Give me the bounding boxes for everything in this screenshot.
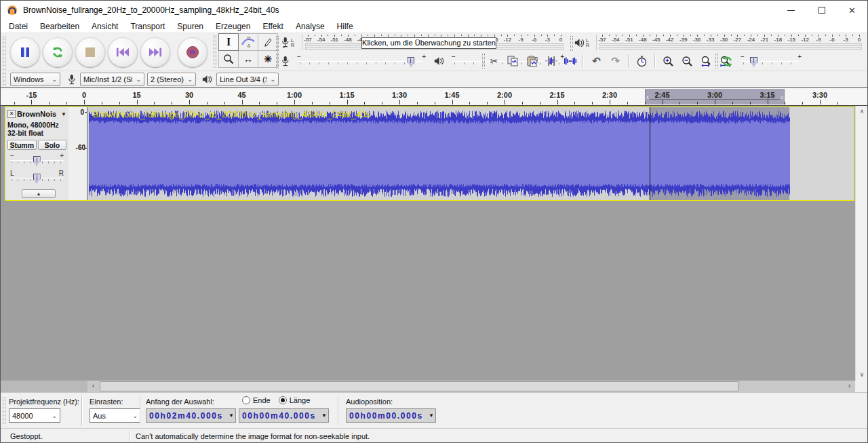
horizontal-scrollbar[interactable]: ‹ › (87, 381, 855, 392)
snap-to-label: Einrasten: (90, 398, 123, 406)
track-pan-slider[interactable]: L R (7, 169, 66, 185)
dropdown-arrow-icon: ▼ (229, 412, 234, 419)
recording-meter-grip[interactable] (276, 36, 279, 51)
selection-mode-radios: Ende Länge (242, 396, 315, 404)
copy-button[interactable] (505, 54, 521, 69)
radio-length-label[interactable]: Länge (290, 396, 311, 404)
zoom-in-button[interactable] (660, 54, 676, 69)
track-canvas-area[interactable]: ✕ BrownNois ▼ Mono, 48000Hz 32-bit float… (1, 106, 867, 381)
menu-spuren[interactable]: Spuren (171, 20, 210, 33)
menu-ansicht[interactable]: Ansicht (85, 20, 124, 33)
envelope-tool-icon (241, 37, 255, 47)
multi-tool-button[interactable]: ✳ (258, 50, 278, 68)
track-collapse-button[interactable]: ▲ (22, 189, 56, 198)
selection-length-field[interactable]: 00h00m40.000s ▼ (239, 408, 329, 423)
redo-button[interactable]: ↷ (608, 54, 623, 69)
cut-button[interactable]: ✂ (486, 54, 502, 69)
device-toolbar-grip[interactable] (3, 73, 5, 86)
scroll-up-arrow[interactable]: ∧ (856, 106, 868, 117)
undo-button[interactable]: ↶ (589, 54, 604, 69)
menu-bearbeiten[interactable]: Bearbeiten (34, 20, 85, 33)
playback-meter-grip[interactable] (570, 36, 573, 51)
pause-button[interactable] (10, 37, 40, 67)
separator (583, 54, 584, 68)
menu-analyse[interactable]: Analyse (290, 20, 331, 33)
draw-tool-button[interactable] (258, 33, 278, 51)
mute-button[interactable]: Stumm (7, 140, 37, 150)
transport-toolbar-grip[interactable] (3, 36, 5, 70)
timeline-ruler[interactable]: ‹›-1501530451:001:151:301:452:002:152:30… (1, 88, 867, 106)
zoom-tool-button[interactable] (218, 50, 239, 68)
play-at-speed-button[interactable] (719, 54, 735, 69)
zoom-to-selection-button[interactable] (698, 54, 714, 69)
vertical-db-ruler[interactable]: 0 -60 (68, 107, 87, 200)
skip-to-end-button[interactable] (140, 37, 170, 67)
dropdown-arrow-icon: ▼ (61, 111, 66, 117)
scroll-left-arrow[interactable]: ‹ (87, 381, 99, 392)
record-button[interactable] (178, 37, 208, 67)
recording-device-select[interactable]: Mic/Inst 1/2 (St ⌄ (80, 73, 144, 86)
time-shift-tool-button[interactable]: ↔ (238, 50, 258, 68)
trim-audio-button[interactable] (543, 54, 559, 69)
skip-to-start-button[interactable] (108, 37, 138, 67)
radio-length[interactable] (279, 396, 287, 404)
track-close-button[interactable]: ✕ (7, 110, 16, 118)
pan-thumb[interactable] (33, 174, 41, 183)
menu-transport[interactable]: Transport (124, 20, 171, 33)
playback-device-select[interactable]: Line Out 3/4 (S ⌄ (216, 73, 279, 86)
paste-button[interactable] (524, 54, 540, 69)
project-rate-select[interactable]: 48000 ⌄ (9, 408, 60, 423)
meter-db-tick: -48 (639, 37, 647, 43)
menu-datei[interactable]: Datei (3, 20, 34, 33)
recording-channels-value: 2 (Stereo) (151, 75, 184, 83)
track-gain-slider[interactable]: − + (7, 151, 66, 168)
gain-minus-label: − (10, 152, 14, 159)
chevron-down-icon: ⌄ (48, 76, 57, 83)
selection-start-field[interactable]: 00h02m40.000s ▼ (146, 408, 236, 423)
stop-button[interactable] (75, 37, 105, 67)
envelope-tool-button[interactable] (238, 33, 258, 51)
gain-thumb[interactable] (33, 156, 41, 166)
recording-volume-thumb[interactable] (407, 57, 414, 66)
playback-speed-slider[interactable]: − + (738, 54, 803, 69)
mixer-toolbar-grip[interactable] (276, 54, 279, 69)
audio-host-select[interactable]: Windows ⌄ (10, 73, 60, 86)
scroll-right-arrow[interactable]: › (844, 381, 855, 392)
selection-left-arrow-icon: ‹ (646, 92, 649, 102)
close-button[interactable]: ✕ (837, 1, 867, 20)
tools-toolbar-grip[interactable] (214, 35, 216, 68)
minimize-button[interactable] (776, 1, 806, 20)
play-at-speed-grip[interactable] (715, 54, 718, 69)
loop-play-button[interactable] (43, 37, 73, 67)
edit-toolbar-grip[interactable] (482, 54, 485, 69)
snap-to-select[interactable]: Aus ⌄ (90, 408, 141, 423)
silence-audio-button[interactable] (562, 54, 578, 69)
undo-icon: ↶ (592, 55, 601, 67)
radio-end[interactable] (242, 396, 250, 404)
menu-hilfe[interactable]: Hilfe (331, 20, 359, 33)
vertical-scrollbar[interactable]: ∧ ∨ (855, 106, 867, 381)
radio-end-label[interactable]: Ende (253, 396, 271, 404)
track-name-menu[interactable]: BrownNois ▼ (17, 110, 66, 118)
ruler-time-label: 1:15 (339, 91, 354, 99)
solo-button[interactable]: Solo (38, 140, 67, 150)
maximize-button[interactable] (806, 1, 837, 20)
pause-icon (19, 46, 31, 58)
selection-tool-button[interactable]: I (218, 33, 239, 51)
tools-toolbar: I ↔ ✳ (219, 34, 278, 68)
menu-effekt[interactable]: Effekt (256, 20, 289, 33)
horizontal-scroll-thumb[interactable] (100, 381, 738, 391)
ruler-time-label: -15 (26, 91, 37, 99)
menu-erzeugen[interactable]: Erzeugen (210, 20, 256, 33)
waveform[interactable] (88, 107, 854, 200)
playback-meter[interactable]: LR -57-54-51-48-45-42-39-36-33-30-27-24-… (574, 35, 866, 50)
audio-position-field[interactable]: 00h00m00.000s ▼ (346, 408, 436, 423)
zoom-out-button[interactable] (679, 54, 695, 69)
scroll-down-arrow[interactable]: ∨ (856, 369, 868, 381)
playback-speed-thumb[interactable] (750, 57, 757, 66)
selection-toolbar-grip[interactable] (3, 397, 5, 424)
timer-button[interactable] (634, 54, 650, 69)
recording-channels-select[interactable]: 2 (Stereo) ⌄ (147, 73, 196, 86)
recording-volume-slider[interactable]: − + (294, 54, 427, 69)
play-at-speed-toolbar: − + (719, 53, 803, 69)
